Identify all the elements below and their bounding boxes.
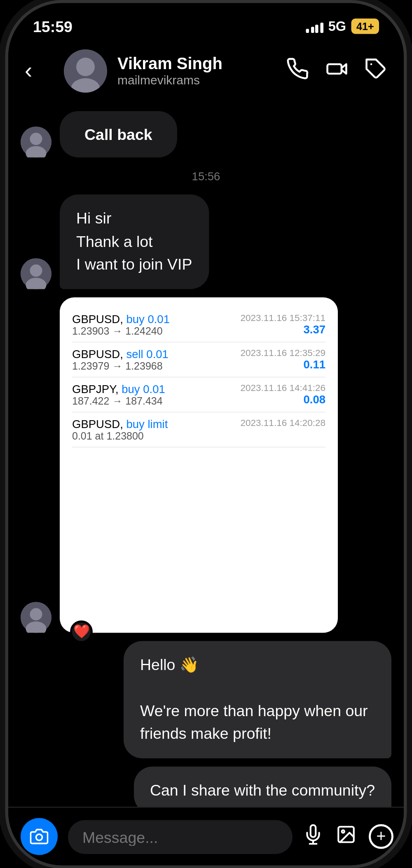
trading-card-container: GBPUSD, buy 0.01 1.23903 → 1.24240 2023.… [60,297,338,632]
msg-row-hisr: Hi sir Thank a lot I want to join VIP [21,194,391,289]
status-icons: 5G 41+ [306,19,379,34]
callout-text: Call back [84,126,152,143]
photo-icon[interactable] [336,824,356,849]
nav-actions [286,57,387,85]
chat-area: Call back 15:56 Hi sir Thank a lot I wan… [8,101,404,807]
trade-row-3: GBPJPY, buy 0.01 187.422 → 187.434 2023.… [72,377,325,412]
svg-point-18 [342,829,344,832]
contact-info: Vikram Singh mailmevikrams [117,54,276,87]
contact-avatar[interactable] [64,49,107,93]
tag-icon[interactable] [365,57,387,85]
msg-row-callout: Call back [21,111,391,158]
msg-row-trading: GBPUSD, buy 0.01 1.23903 → 1.24240 2023.… [21,297,391,632]
input-actions: + [303,824,393,849]
callout-bubble: Call back [60,111,177,158]
svg-point-14 [36,834,42,840]
trading-card: GBPUSD, buy 0.01 1.23903 → 1.24240 2023.… [60,297,338,632]
status-bar: 15:59 5G 41+ [8,3,404,41]
input-bar: + [8,807,404,866]
status-time: 15:59 [33,17,73,35]
video-icon[interactable] [325,57,348,85]
bubble-hisr: Hi sir Thank a lot I want to join VIP [60,194,208,289]
sender-avatar [21,126,52,157]
mic-icon[interactable] [303,824,323,849]
call-icon[interactable] [286,57,309,85]
camera-button[interactable] [21,818,58,855]
msg-row-share: Can I share with the community? [21,766,391,807]
trade-row-2: GBPUSD, sell 0.01 1.23979 → 1.23968 2023… [72,342,325,377]
network-label: 5G [328,19,346,34]
contact-username: mailmevikrams [117,73,276,87]
nav-bar: ‹ Vikram Singh mailmevikrams [8,41,404,101]
bubble-hello: Hello 👋 We're more than happy when our f… [124,640,391,758]
trade-row-4: GBPUSD, buy limit 0.01 at 1.23800 2023.1… [72,412,325,447]
sender-avatar-2 [21,258,52,289]
msg-row-hello: Hello 👋 We're more than happy when our f… [21,640,391,758]
msg-text-share: Can I share with the community? [150,780,375,798]
trade-row-1: GBPUSD, buy 0.01 1.23903 → 1.24240 2023.… [72,307,325,342]
bubble-share: Can I share with the community? [133,766,391,807]
contact-name: Vikram Singh [117,54,276,73]
battery-indicator: 41+ [351,19,379,34]
timestamp-1556: 15:56 [21,170,391,182]
message-input[interactable] [68,819,293,854]
msg-text-hisr: Hi sir Thank a lot I want to join VIP [76,209,192,272]
msg-text-hello: Hello 👋 We're more than happy when our f… [140,655,368,742]
signal-icon [306,20,323,32]
sender-avatar-3 [21,601,52,632]
back-button[interactable]: ‹ [25,58,54,84]
add-icon[interactable]: + [369,824,393,849]
svg-rect-3 [328,63,342,73]
